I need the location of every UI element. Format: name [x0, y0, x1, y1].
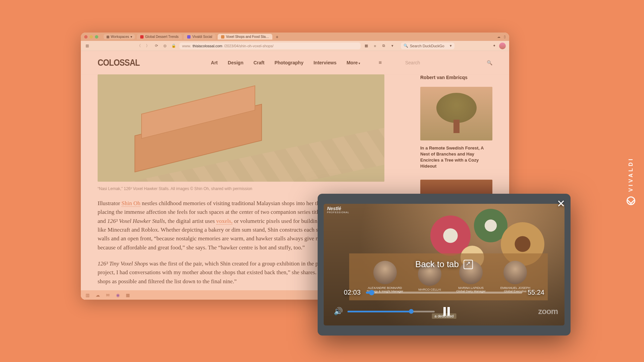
- shield-icon[interactable]: ◎: [162, 43, 168, 49]
- vivaldi-brand: VIVALDI: [627, 157, 635, 205]
- chevron-down-icon[interactable]: ▾: [450, 44, 452, 48]
- minimize-window-button[interactable]: [90, 35, 93, 39]
- address-bar: ▥ 〈 〉 ⟳ ◎ 🔒 www.thisiscolossal.com/2023/…: [81, 41, 509, 51]
- panel-toggle-button[interactable]: ▥: [84, 43, 90, 49]
- tab-vivaldi-social[interactable]: Vivaldi Social: [184, 34, 215, 40]
- sidebar-item-2-image[interactable]: [420, 87, 492, 140]
- lock-icon: 🔒: [171, 43, 177, 49]
- nav-photography[interactable]: Photography: [274, 60, 303, 65]
- tab-voxel-shops[interactable]: Voxel Shops and Food Sta…: [218, 34, 272, 40]
- nav-more[interactable]: More▾: [346, 60, 360, 65]
- cloud-icon[interactable]: ☁: [95, 293, 100, 298]
- seek-thumb[interactable]: [369, 290, 374, 295]
- url-path: /2023/04/shin-oh-voxel-shops/: [224, 44, 273, 48]
- search-field[interactable]: 🔍 Search DuckDuckGo ▾: [401, 43, 454, 49]
- volume-progress: [347, 311, 411, 312]
- speaker-1: ALEXANDRE BONNARDStrategy & Insight Mana…: [367, 261, 403, 293]
- tab-bar: ▦ Workspaces ▾ Global Dessert Trends Viv…: [81, 33, 509, 41]
- volume-icon[interactable]: 🔊: [334, 307, 343, 316]
- article-sidebar: Robert van Embricqs In a Remote Swedish …: [420, 74, 492, 196]
- sidebar-item-2-title[interactable]: In a Remote Swedish Forest, A Nest of Br…: [420, 145, 492, 170]
- search-icon: 🔍: [487, 60, 492, 65]
- back-to-tab-label: Back to tab: [415, 259, 459, 269]
- workspaces-icon: ▦: [106, 35, 109, 39]
- maximize-window-button[interactable]: [95, 35, 98, 39]
- volume-thumb[interactable]: [409, 309, 414, 314]
- video-brand-logo: Nestlé PROFESSIONAL: [327, 206, 349, 214]
- search-placeholder: Search DuckDuckGo: [410, 44, 444, 48]
- external-link-icon: [464, 260, 473, 269]
- trash-icon[interactable]: ▯: [504, 35, 506, 39]
- close-window-button[interactable]: [84, 35, 88, 39]
- workspaces-button[interactable]: ▦ Workspaces ▾: [104, 34, 135, 39]
- vivaldi-logo-icon: [627, 196, 635, 205]
- control-row: 🔊: [334, 307, 554, 316]
- chevron-down-icon[interactable]: ▾: [389, 43, 395, 49]
- back-to-tab-button[interactable]: Back to tab: [415, 259, 473, 269]
- mastodon-icon: [187, 35, 191, 39]
- site-logo[interactable]: COLOSSAL: [98, 57, 140, 68]
- nav-design[interactable]: Design: [228, 60, 244, 65]
- nav-forward-button[interactable]: 〉: [145, 43, 151, 49]
- time-total: 55:24: [528, 289, 544, 296]
- nav-back-button[interactable]: 〈: [136, 43, 142, 49]
- reload-button[interactable]: ⟳: [153, 43, 159, 49]
- nav-interviews[interactable]: Interviews: [314, 60, 336, 65]
- article-hero-image: [98, 74, 384, 182]
- window-controls: [84, 35, 98, 39]
- youtube-icon: [140, 35, 144, 39]
- tab-label: Vivaldi Social: [192, 35, 212, 39]
- url-prefix: www.: [182, 44, 191, 48]
- chevron-down-icon: ▾: [359, 62, 360, 65]
- picture-in-picture-window[interactable]: ✕ Nestlé PROFESSIONAL ALEXANDRE BONNARDS…: [318, 194, 571, 336]
- panel-toggle-icon[interactable]: ▥: [85, 293, 90, 298]
- seek-slider[interactable]: [366, 292, 522, 294]
- pause-button[interactable]: [443, 307, 450, 316]
- nav-art[interactable]: Art: [211, 60, 218, 65]
- url-host: thisiscolossal.com: [193, 44, 222, 48]
- sync-icon[interactable]: ☁: [497, 35, 500, 39]
- search-icon: 🔍: [404, 44, 408, 48]
- site-search[interactable]: Search 🔍: [405, 60, 492, 65]
- image-caption: “Nasi Lemak,” 126³ Voxel Hawker Stalls. …: [98, 186, 384, 191]
- calendar-icon[interactable]: ▦: [125, 293, 130, 298]
- tab-label: Global Dessert Trends: [145, 35, 179, 39]
- hamburger-icon[interactable]: ≡: [379, 60, 382, 66]
- vivaldi-wordmark: VIVALDI: [628, 157, 634, 192]
- qr-icon[interactable]: ▩: [363, 43, 369, 49]
- mail-icon[interactable]: ✉: [105, 293, 110, 298]
- bookmark-icon[interactable]: ⧉: [381, 43, 387, 49]
- seek-row: 02:03 55:24: [344, 289, 544, 296]
- extensions-icon[interactable]: ✦: [493, 44, 496, 48]
- new-tab-button[interactable]: +: [274, 34, 280, 40]
- tab-label: Voxel Shops and Food Sta…: [226, 35, 269, 39]
- mastodon-icon[interactable]: ◉: [115, 293, 120, 298]
- site-favicon-icon: [221, 35, 224, 39]
- link-shin-oh[interactable]: Shin Oh: [121, 200, 140, 207]
- link-voxels[interactable]: voxels,: [216, 218, 233, 225]
- site-header: COLOSSAL Art Design Craft Photography In…: [81, 51, 509, 74]
- speaker-4: EMMANUEL JOSEPHGlobal Executive: [500, 261, 530, 293]
- pip-close-button[interactable]: ✕: [557, 198, 565, 209]
- chevron-down-icon: ▾: [130, 35, 132, 39]
- url-field[interactable]: www.thisiscolossal.com/2023/04/shin-oh-v…: [179, 43, 361, 49]
- profile-avatar[interactable]: [499, 43, 506, 49]
- sidebar-item-1-title[interactable]: Robert van Embricqs: [420, 74, 492, 81]
- workspaces-label: Workspaces: [111, 35, 129, 39]
- site-search-placeholder: Search: [405, 60, 420, 65]
- volume-slider[interactable]: [347, 311, 435, 312]
- tab-global-dessert-trends[interactable]: Global Dessert Trends: [137, 34, 182, 40]
- reader-icon[interactable]: ≡: [372, 43, 378, 49]
- main-nav: Art Design Craft Photography Interviews …: [211, 60, 382, 66]
- nav-craft[interactable]: Craft: [254, 60, 265, 65]
- time-current: 02:03: [344, 289, 361, 296]
